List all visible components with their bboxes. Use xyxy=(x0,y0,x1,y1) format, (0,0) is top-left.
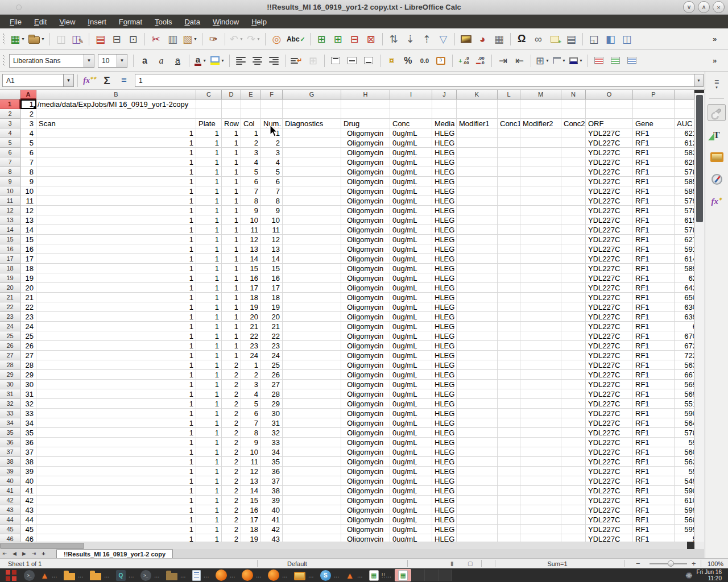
cell-G17[interactable] xyxy=(283,254,341,264)
cell-Q28[interactable]: 563 xyxy=(675,360,694,370)
previous-sheet-icon[interactable]: ◀ xyxy=(10,549,19,558)
cell-M9[interactable] xyxy=(520,177,561,186)
cell-E4[interactable]: 1 xyxy=(241,128,261,138)
cell-E20[interactable]: 17 xyxy=(241,283,261,293)
cell-L28[interactable] xyxy=(498,360,520,370)
cell-C27[interactable]: 1 xyxy=(196,351,222,360)
align-bottom-icon[interactable] xyxy=(361,53,377,69)
cell-D24[interactable]: 1 xyxy=(222,322,241,331)
cell-D17[interactable]: 1 xyxy=(222,254,241,264)
cell-G30[interactable] xyxy=(283,380,341,389)
row-header-39[interactable]: 39 xyxy=(0,467,20,476)
cell-I14[interactable]: 0ug/mL xyxy=(390,225,432,235)
insert-column-icon[interactable]: ⊞ xyxy=(330,31,346,47)
cell-C13[interactable]: 1 xyxy=(196,215,222,225)
cell-Q40[interactable]: 549 xyxy=(675,476,694,486)
cell-G26[interactable] xyxy=(283,341,341,351)
cell-I22[interactable]: 0ug/mL xyxy=(390,302,432,312)
cell-D7[interactable]: 1 xyxy=(222,157,241,167)
cell-P30[interactable]: RF1 xyxy=(633,380,675,389)
cell-O1[interactable] xyxy=(586,99,633,109)
row-header-20[interactable]: 20 xyxy=(0,283,20,293)
cell-N40[interactable] xyxy=(561,476,586,486)
insert-image-icon[interactable] xyxy=(458,31,474,47)
cell-G40[interactable] xyxy=(283,476,341,486)
cell-P28[interactable]: RF1 xyxy=(633,360,675,370)
cell-J18[interactable]: HLEG xyxy=(432,264,457,273)
cell-J8[interactable]: HLEG xyxy=(432,167,457,177)
wrap-text-icon[interactable]: ↵ xyxy=(289,53,304,69)
cell-F19[interactable]: 16 xyxy=(261,273,283,283)
column-header-K[interactable]: K xyxy=(457,90,498,99)
cell-L27[interactable] xyxy=(498,351,520,360)
cell-G45[interactable] xyxy=(283,525,341,534)
cell-L6[interactable] xyxy=(498,148,520,157)
cell-D28[interactable]: 2 xyxy=(222,360,241,370)
cell-E31[interactable]: 4 xyxy=(241,389,261,399)
row-header-42[interactable]: 42 xyxy=(0,496,20,505)
insert-row-icon[interactable]: ⊞ xyxy=(314,31,329,47)
cell-A32[interactable]: 32 xyxy=(20,399,36,409)
cell-M7[interactable] xyxy=(520,157,561,167)
cell-I35[interactable]: 0ug/mL xyxy=(390,428,432,438)
cell-I17[interactable]: 0ug/mL xyxy=(390,254,432,264)
cell-L34[interactable] xyxy=(498,418,520,428)
menu-format[interactable]: Format xyxy=(113,16,148,28)
cell-K13[interactable] xyxy=(457,215,498,225)
cell-Q25[interactable]: 670 xyxy=(675,331,694,341)
chevron-down-icon[interactable]: ▼ xyxy=(117,55,127,67)
cell-F43[interactable]: 40 xyxy=(261,505,283,515)
cell-Q43[interactable]: 599 xyxy=(675,505,694,515)
cell-Q22[interactable]: 630 xyxy=(675,302,694,312)
cell-H23[interactable]: Oligomycin xyxy=(341,312,390,322)
cell-Q1[interactable] xyxy=(675,99,694,109)
cell-P22[interactable]: RF1 xyxy=(633,302,675,312)
cell-P21[interactable]: RF1 xyxy=(633,293,675,302)
cell-K15[interactable] xyxy=(457,235,498,244)
cell-H38[interactable]: Oligomycin xyxy=(341,457,390,467)
cell-C33[interactable]: 1 xyxy=(196,409,222,418)
cell-H19[interactable]: Oligomycin xyxy=(341,273,390,283)
taskbar-empty-slot[interactable] xyxy=(425,569,439,581)
cell-M1[interactable] xyxy=(520,99,561,109)
cell-A35[interactable]: 35 xyxy=(20,428,36,438)
headers-footers-icon[interactable]: ▤ xyxy=(564,31,579,47)
cell-N24[interactable] xyxy=(561,322,586,331)
cell-I34[interactable]: 0ug/mL xyxy=(390,418,432,428)
cell-I33[interactable]: 0ug/mL xyxy=(390,409,432,418)
sum-icon[interactable]: Σ xyxy=(98,73,115,88)
cell-B13[interactable]: 1 xyxy=(36,215,196,225)
cell-L31[interactable] xyxy=(498,389,520,399)
row-header-3[interactable]: 3 xyxy=(0,119,20,128)
cell-G6[interactable] xyxy=(283,148,341,157)
toolbar-overflow-icon[interactable]: » xyxy=(707,53,722,69)
cell-E30[interactable]: 3 xyxy=(241,380,261,389)
cell-N12[interactable] xyxy=(561,206,586,215)
cell-P18[interactable]: RF1 xyxy=(633,264,675,273)
cell-Q18[interactable]: 589 xyxy=(675,264,694,273)
cell-B23[interactable]: 1 xyxy=(36,312,196,322)
taskbar-item-active-calc-task-icon[interactable]: ▦ xyxy=(395,569,411,581)
cell-K8[interactable] xyxy=(457,167,498,177)
cell-L40[interactable] xyxy=(498,476,520,486)
cell-N45[interactable] xyxy=(561,525,586,534)
cell-N3[interactable]: Conc2 xyxy=(561,119,586,128)
cell-G39[interactable] xyxy=(283,467,341,476)
cell-D39[interactable]: 2 xyxy=(222,467,241,476)
cell-L35[interactable] xyxy=(498,428,520,438)
cell-E45[interactable]: 18 xyxy=(241,525,261,534)
cell-P6[interactable]: RF1 xyxy=(633,148,675,157)
cell-Q32[interactable]: 551 xyxy=(675,399,694,409)
cell-M12[interactable] xyxy=(520,206,561,215)
cell-B35[interactable]: 1 xyxy=(36,428,196,438)
cell-L18[interactable] xyxy=(498,264,520,273)
cell-M29[interactable] xyxy=(520,370,561,380)
cell-G4[interactable] xyxy=(283,128,341,138)
cell-E1[interactable] xyxy=(241,99,261,109)
cell-O10[interactable]: YDL227C xyxy=(586,186,633,196)
chevron-down-icon[interactable]: ▼ xyxy=(84,55,94,67)
cell-A6[interactable]: 6 xyxy=(20,148,36,157)
cell-K23[interactable] xyxy=(457,312,498,322)
cell-C44[interactable]: 1 xyxy=(196,515,222,525)
cell-O45[interactable]: YDL227C xyxy=(586,525,633,534)
